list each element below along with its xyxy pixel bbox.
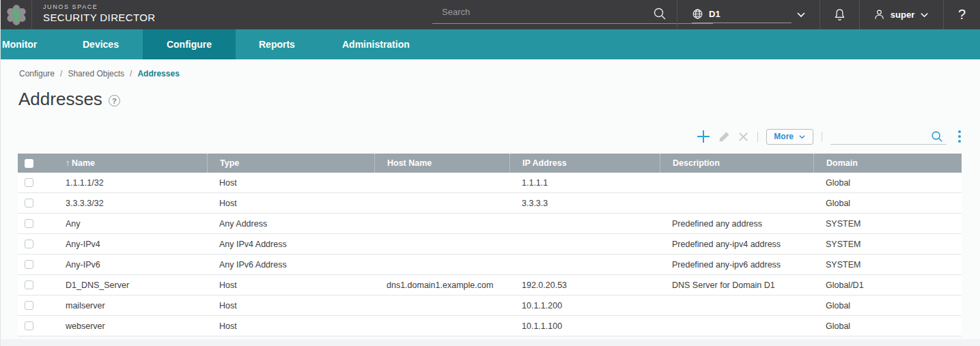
chevron-down-icon [796, 10, 807, 22]
row-checkbox-cell [18, 240, 53, 248]
table-row[interactable]: mailserverHost10.1.1.200Global [18, 295, 962, 316]
breadcrumb-shared-objects[interactable]: Shared Objects [68, 69, 124, 78]
global-search [432, 5, 713, 24]
row-checkbox[interactable] [25, 260, 33, 269]
breadcrumb-separator: / [60, 69, 62, 78]
plus-icon [696, 129, 711, 144]
row-checkbox[interactable] [25, 301, 33, 310]
juniper-flower-icon [5, 4, 27, 26]
cell-ip_address: 1.1.1.1 [509, 178, 660, 188]
table-row[interactable]: AnyAny AddressPredefined any addressSYST… [18, 214, 962, 234]
row-checkbox[interactable] [25, 280, 33, 289]
tab-devices[interactable]: Devices [83, 29, 119, 59]
row-checkbox[interactable] [25, 240, 33, 248]
table-row[interactable]: 3.3.3.3/32Host3.3.3.3Global [18, 193, 962, 214]
table-options-button[interactable] [957, 130, 962, 143]
sort-asc-icon: ↑ [66, 158, 70, 168]
page-help-icon[interactable]: ? [109, 95, 120, 106]
row-checkbox-cell [18, 321, 53, 330]
select-all-checkbox[interactable] [25, 159, 33, 168]
cell-type: Host [207, 280, 374, 290]
column-header-description[interactable]: Description [660, 154, 813, 173]
chevron-down-icon [798, 134, 806, 140]
user-icon [873, 8, 886, 21]
tab-monitor[interactable]: Monitor [2, 29, 37, 59]
column-label: Name [72, 158, 95, 168]
cell-ip_address: 10.1.1.100 [509, 321, 660, 331]
cell-name: D1_DNS_Server [53, 280, 207, 290]
table-search-field [830, 128, 947, 145]
tab-reports[interactable]: Reports [259, 29, 295, 59]
cell-type: Any IPv4 Address [207, 240, 374, 249]
column-header-ip-address[interactable]: IP Address [509, 154, 660, 173]
table-search-icon[interactable] [930, 130, 944, 146]
cell-name: 3.3.3.3/32 [53, 199, 207, 208]
cell-description: Predefined any-ipv6 address [660, 260, 813, 270]
add-button[interactable] [696, 129, 711, 144]
table-body: 1.1.1.1/32Host1.1.1.1Global3.3.3.3/32Hos… [18, 173, 962, 336]
cell-description: Predefined any address [660, 219, 813, 229]
domain-selector-field: D1 [692, 5, 792, 23]
row-checkbox[interactable] [25, 219, 33, 228]
cell-domain: SYSTEM [813, 260, 962, 270]
cell-description: Predefined any-ipv4 address [660, 240, 813, 249]
cell-name: 1.1.1.1/32 [53, 178, 207, 188]
row-checkbox-cell [18, 199, 53, 207]
more-button-label: More [774, 132, 794, 141]
column-header-name[interactable]: ↑ Name [53, 154, 207, 173]
global-search-input[interactable] [442, 7, 647, 17]
cell-domain: SYSTEM [813, 240, 962, 249]
table-toolbar: More [696, 127, 962, 146]
cell-type: Host [207, 301, 374, 311]
brand-product: JUNOS SPACE [43, 3, 156, 10]
help-button[interactable]: ? [943, 0, 980, 29]
column-header-type[interactable]: Type [207, 154, 374, 173]
breadcrumb-addresses: Addresses [137, 69, 179, 78]
security-director-app: JUNOS SPACE SECURITY DIRECTOR [0, 0, 980, 346]
cell-type: Host [207, 178, 374, 188]
search-icon[interactable] [652, 6, 667, 24]
globe-icon [692, 8, 703, 20]
cell-domain: Global/D1 [813, 280, 962, 290]
table-row[interactable]: webserverHost10.1.1.100Global [18, 316, 962, 336]
user-menu[interactable]: super [859, 0, 943, 29]
cell-domain: Global [813, 301, 962, 311]
content-area: Configure / Shared Objects / Addresses A… [1, 59, 980, 346]
cell-name: mailserver [53, 301, 207, 311]
table-row[interactable]: D1_DNS_ServerHostdns1.domain1.example.co… [18, 275, 962, 295]
topbar-divider [677, 0, 677, 29]
table-header: ↑ Name Type Host Name IP Address Descrip… [18, 154, 962, 173]
delete-button[interactable] [738, 131, 749, 143]
juniper-logo[interactable] [1, 0, 32, 29]
notifications-button[interactable] [820, 0, 859, 29]
row-checkbox[interactable] [25, 178, 33, 187]
column-header-domain[interactable]: Domain [813, 154, 962, 173]
edit-button[interactable] [718, 130, 731, 143]
domain-selector[interactable]: D1 [692, 5, 808, 24]
table-search-input[interactable] [832, 130, 927, 141]
tab-administration[interactable]: Administration [342, 29, 410, 59]
breadcrumb-configure[interactable]: Configure [19, 69, 55, 78]
table-row[interactable]: Any-IPv6Any IPv6 AddressPredefined any-i… [18, 255, 962, 275]
cell-type: Any IPv6 Address [207, 260, 374, 270]
cell-type: Any Address [207, 219, 374, 229]
table-row[interactable]: 1.1.1.1/32Host1.1.1.1Global [18, 173, 962, 193]
more-button[interactable]: More [766, 129, 813, 145]
row-checkbox-cell [18, 219, 53, 228]
cell-ip_address: 192.0.20.53 [509, 280, 660, 290]
row-checkbox[interactable] [25, 321, 33, 330]
breadcrumb: Configure / Shared Objects / Addresses [19, 69, 180, 78]
cell-host_name: dns1.domain1.example.com [374, 280, 509, 290]
row-checkbox[interactable] [25, 199, 33, 207]
bottom-strip [1, 339, 980, 346]
table-row[interactable]: Any-IPv4Any IPv4 AddressPredefined any-i… [18, 234, 962, 255]
cell-description: DNS Server for Domain D1 [660, 280, 813, 290]
username: super [891, 10, 914, 20]
cell-name: Any [53, 219, 207, 229]
brand-block: JUNOS SPACE SECURITY DIRECTOR [43, 3, 156, 23]
row-checkbox-cell [18, 301, 53, 310]
chevron-down-icon [919, 10, 929, 19]
tab-configure[interactable]: Configure [143, 29, 236, 59]
column-header-host-name[interactable]: Host Name [374, 154, 509, 173]
row-checkbox-cell [18, 280, 53, 289]
